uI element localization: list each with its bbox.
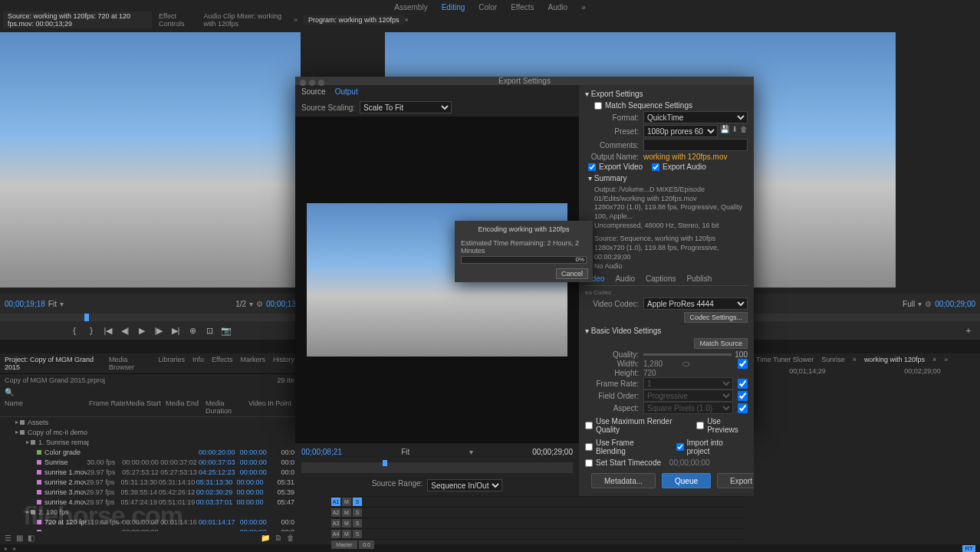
video-codec-select[interactable]: Apple ProRes 4444: [643, 297, 748, 310]
mute-button[interactable]: M: [342, 498, 351, 506]
match-sequence-checkbox[interactable]: [594, 102, 602, 110]
project-row[interactable]: sunrise 1.mov29.97 fps05:27:53:1205:27:5…: [0, 467, 299, 477]
minimize-icon[interactable]: [309, 80, 315, 86]
col-mediastart[interactable]: Media Start: [126, 399, 166, 415]
project-row[interactable]: ▸Assets: [0, 417, 299, 427]
zoom-icon[interactable]: [318, 80, 324, 86]
audio-mixer-tab[interactable]: Audio Clip Mixer: working with 120fps: [199, 12, 293, 28]
project-tab[interactable]: Project: Copy of MGM Grand 2015: [5, 356, 101, 371]
fieldorder-select[interactable]: Progressive: [643, 389, 733, 402]
col-framerate[interactable]: Frame Rate: [89, 399, 126, 415]
tab-audio[interactable]: Audio: [548, 3, 568, 12]
col-mediaend[interactable]: Media End: [166, 399, 206, 415]
project-row[interactable]: Sunrise30.00 fps00:00:00:0000:00:37:0200…: [0, 457, 299, 467]
preset-select[interactable]: 1080p prores 60 fps: [643, 125, 718, 137]
dialog-titlebar[interactable]: Export Settings: [295, 77, 754, 85]
frame-blend-checkbox[interactable]: [585, 443, 593, 451]
width-value[interactable]: 1,280: [643, 360, 663, 368]
project-row[interactable]: 720 at 120 fps.mov119.88 fps00:00:00:000…: [0, 517, 299, 527]
mute-button[interactable]: M: [342, 530, 351, 538]
project-row[interactable]: sunrise 4.mov29.97 fps05:47:24:1905:51:0…: [0, 497, 299, 507]
freeform-icon[interactable]: ◧: [28, 534, 35, 542]
tab-effects[interactable]: Effects: [511, 3, 534, 12]
track-a4[interactable]: A4: [331, 530, 340, 538]
width-match-checkbox[interactable]: [738, 359, 748, 369]
output-preview-tab[interactable]: Output: [335, 87, 358, 96]
project-tree[interactable]: ▸Assets▸Copy of mc-iI demo▸1. Sunrise re…: [0, 417, 299, 531]
project-row[interactable]: Color grade00:00:20:0000:00:0000:0: [0, 447, 299, 457]
import-preset-icon[interactable]: ⬇: [732, 125, 738, 137]
overwrite-icon[interactable]: ⊡: [204, 325, 215, 336]
history-tab[interactable]: History: [273, 356, 294, 371]
add-marker-icon[interactable]: +: [963, 325, 974, 336]
source-tab[interactable]: Source: working with 120fps: 720 at 120 …: [3, 12, 152, 28]
import-project-checkbox[interactable]: [676, 443, 684, 451]
chevron-down-icon[interactable]: ▾: [249, 300, 253, 308]
quality-value[interactable]: 100: [735, 350, 748, 359]
effect-controls-tab[interactable]: Effect Controls: [154, 12, 196, 28]
format-select[interactable]: QuickTime: [643, 111, 748, 123]
source-scaling-select[interactable]: Scale To Fit: [360, 101, 452, 113]
panel-menu-icon[interactable]: »: [294, 16, 298, 24]
chevron-down-icon[interactable]: ▾: [60, 300, 64, 308]
audio-tab[interactable]: Audio: [615, 274, 635, 283]
project-row[interactable]: sunrise 2.mov29.97 fps05:31:13:3005:31:1…: [0, 477, 299, 487]
aspect-select[interactable]: Square Pixels (1.0): [643, 402, 733, 414]
settings-icon[interactable]: ⚙: [925, 300, 932, 308]
aspect-match-checkbox[interactable]: [738, 403, 748, 413]
solo-button[interactable]: S: [353, 530, 362, 538]
step-fwd-icon[interactable]: |▶: [153, 325, 164, 336]
markers-tab[interactable]: Markers: [240, 356, 265, 371]
go-out-icon[interactable]: ▶|: [170, 325, 181, 336]
track-a1[interactable]: A1: [331, 498, 340, 506]
col-videoinpoint[interactable]: Video In Point: [248, 399, 291, 415]
source-resolution[interactable]: 1/2: [235, 300, 246, 308]
encoding-cancel-button[interactable]: Cancel: [556, 268, 588, 279]
track-a2[interactable]: A2: [331, 508, 340, 517]
solo-button[interactable]: S: [353, 519, 362, 527]
captions-tab[interactable]: Captions: [646, 274, 676, 283]
metadata-button[interactable]: Metadata...: [591, 473, 656, 488]
chevron-down-icon[interactable]: ▾: [918, 300, 922, 308]
publish-tab[interactable]: Publish: [686, 274, 712, 283]
settings-icon[interactable]: ⚙: [256, 300, 263, 308]
track-master[interactable]: Master: [331, 540, 357, 549]
mark-in-icon[interactable]: {: [69, 325, 80, 336]
link-icon[interactable]: ⬭: [682, 359, 689, 369]
track-a3[interactable]: A3: [331, 519, 340, 527]
new-item-icon[interactable]: 🗎: [275, 534, 282, 542]
project-row[interactable]: ▸1. Sunrise remapping: [0, 437, 299, 447]
source-viewport[interactable]: [0, 32, 301, 288]
effects-tab[interactable]: Effects: [212, 356, 232, 371]
source-fit[interactable]: Fit: [48, 300, 57, 308]
use-previews-checkbox[interactable]: [696, 422, 704, 429]
solo-button[interactable]: S: [353, 498, 362, 506]
codec-settings-button[interactable]: Codec Settings...: [684, 312, 748, 323]
mute-button[interactable]: M: [342, 508, 351, 517]
seq-tab-tts[interactable]: Time Tuner Slower: [756, 356, 814, 363]
tool-icon[interactable]: ◂: [12, 545, 15, 552]
export-range-slider[interactable]: [301, 462, 573, 473]
seq-tab-sunrise[interactable]: Sunrise: [821, 356, 845, 363]
program-fit[interactable]: Full: [903, 300, 915, 308]
col-name[interactable]: Name: [5, 399, 89, 415]
search-icon[interactable]: 🔍: [5, 388, 14, 396]
match-source-button[interactable]: Match Source: [694, 338, 748, 349]
mark-out-icon[interactable]: }: [86, 325, 97, 336]
source-scrubber[interactable]: [0, 314, 301, 321]
source-range-select[interactable]: Sequence In/Out: [427, 479, 502, 491]
icon-view-icon[interactable]: ▦: [16, 534, 23, 542]
save-preset-icon[interactable]: 💾: [720, 125, 729, 137]
overflow-icon[interactable]: »: [581, 3, 586, 12]
list-view-icon[interactable]: ☰: [5, 534, 12, 542]
seq-tab-active[interactable]: working with 120fps: [864, 356, 925, 363]
export-video-checkbox[interactable]: [588, 163, 596, 171]
framerate-match-checkbox[interactable]: [738, 379, 748, 389]
queue-button[interactable]: Queue: [662, 473, 711, 488]
fieldorder-match-checkbox[interactable]: [738, 391, 748, 401]
play-icon[interactable]: ▶: [136, 325, 147, 336]
new-bin-icon[interactable]: 📁: [261, 534, 270, 542]
output-name-link[interactable]: working with 120fps.mov: [643, 153, 728, 161]
framerate-select[interactable]: 1: [643, 377, 733, 389]
step-back-icon[interactable]: ◀|: [120, 325, 130, 336]
